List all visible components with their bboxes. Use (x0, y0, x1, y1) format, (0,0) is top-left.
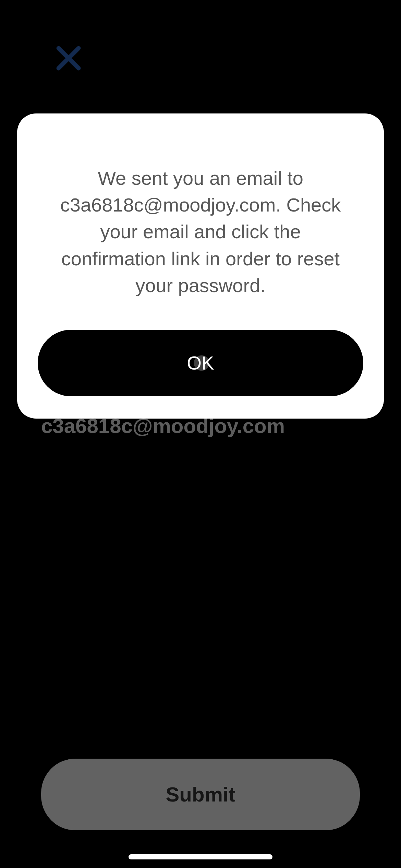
touch-indicator-icon (194, 355, 209, 371)
modal-message: We sent you an email to c3a6818c@moodjoy… (38, 165, 363, 299)
confirmation-modal: We sent you an email to c3a6818c@moodjoy… (17, 113, 384, 419)
ok-button[interactable]: OK (38, 330, 363, 396)
modal-overlay: We sent you an email to c3a6818c@moodjoy… (0, 0, 401, 868)
home-indicator[interactable] (129, 854, 272, 859)
